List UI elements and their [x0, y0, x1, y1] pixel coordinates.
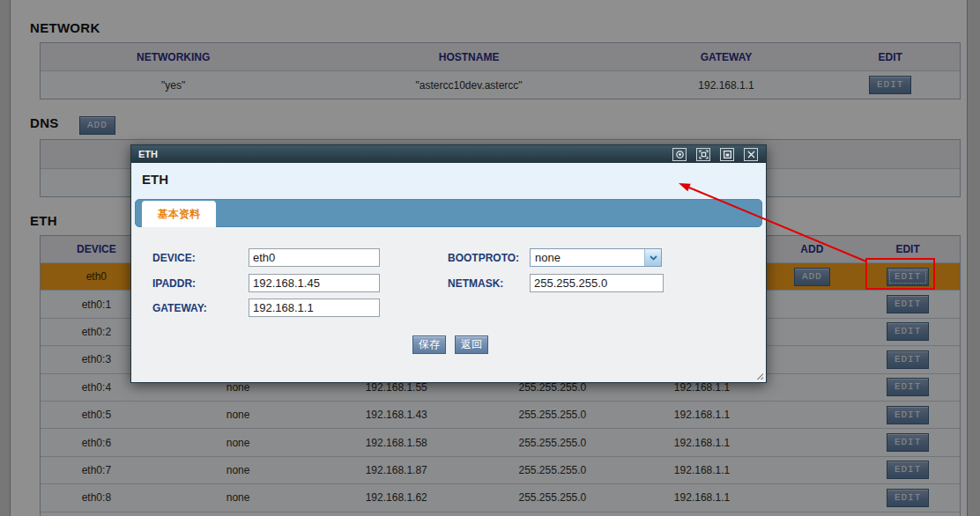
netmask-label: NETMASK: [448, 277, 503, 290]
device-field[interactable] [249, 248, 380, 267]
dialog-tabbar: 基本资料 [135, 199, 762, 227]
collapse-icon[interactable] [672, 148, 687, 161]
tab-basic-info[interactable]: 基本资料 [142, 201, 216, 227]
restore-icon[interactable] [720, 148, 734, 161]
maximize-icon[interactable] [696, 148, 710, 161]
ipaddr-field[interactable] [249, 274, 380, 292]
eth-edit-dialog: ETH ETH 基本资料 DEVICE: IPADDR: GATEWAY: BO… [130, 144, 767, 383]
ipaddr-label: IPADDR: [152, 277, 196, 290]
netmask-field[interactable] [530, 274, 664, 292]
page: { "network": { "title": "NETWORK", "head… [0, 0, 980, 516]
bootproto-selected-value: none [535, 251, 561, 264]
dialog-title: ETH [138, 149, 158, 159]
dialog-titlebar[interactable]: ETH [131, 145, 766, 163]
dialog-form [131, 227, 766, 382]
dialog-header: ETH [131, 163, 766, 199]
gateway-field[interactable] [249, 299, 380, 317]
dialog-window-controls [663, 148, 766, 161]
close-icon[interactable] [744, 148, 758, 161]
dialog-heading: ETH [142, 172, 168, 187]
bootproto-label: BOOTPROTO: [448, 252, 519, 264]
bootproto-select[interactable]: none [530, 248, 662, 267]
back-button[interactable]: 返回 [455, 335, 488, 354]
device-label: DEVICE: [152, 252, 196, 264]
gateway-label: GATEWAY: [152, 302, 207, 314]
chevron-down-icon [644, 249, 661, 266]
save-button[interactable]: 保存 [412, 335, 446, 354]
